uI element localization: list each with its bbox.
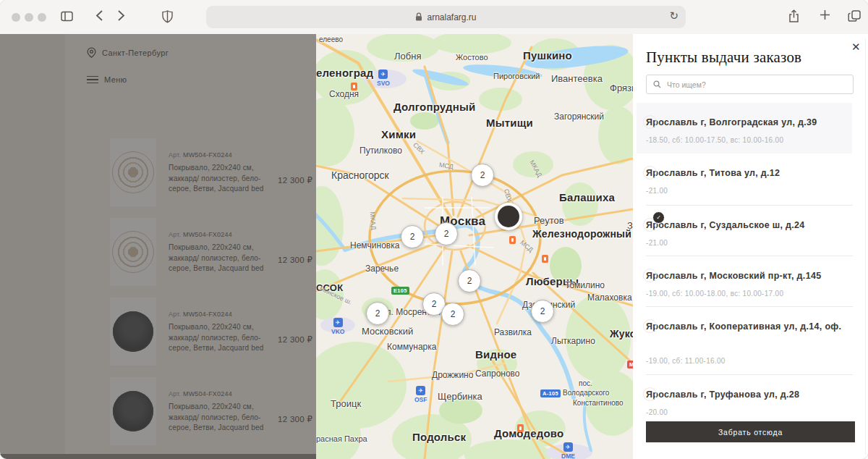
map-place-label: пос. [579, 379, 592, 387]
new-tab-icon[interactable] [819, 9, 831, 21]
map-place-label: Щербинка [438, 391, 482, 402]
cluster-marker[interactable]: 2 [366, 302, 389, 325]
map-place-label: Володарского [563, 389, 609, 397]
cluster-marker[interactable]: 2 [401, 225, 424, 248]
forward-button[interactable] [117, 9, 125, 22]
map-place-label: Химки [381, 128, 416, 140]
map-place-label: Константиново [573, 399, 623, 407]
pickup-point-item[interactable]: Ярославль г, Московский пр-кт, д.145-19.… [646, 256, 853, 306]
pickup-point-list: Ярославль г, Волгоградская ул, д.39-18.5… [633, 103, 868, 419]
map-place-label: Сапроново [475, 369, 520, 379]
airport-icon: ✈OSF [414, 386, 427, 403]
cluster-marker[interactable]: 2 [458, 269, 481, 292]
pickup-point-address: Ярославль г, Волгоградская ул, д.39 [646, 117, 817, 127]
privacy-shield-icon[interactable] [162, 10, 173, 23]
address-bar[interactable]: arnalafarg.ru ↻ [206, 6, 686, 28]
map-place-label: Фрязино [610, 83, 633, 93]
pickup-point-hours: -19.00, сб: 11.00-16.00 [646, 357, 853, 365]
pickup-point-item[interactable]: Ярославль г, Труфанова ул, д.28-20.00 [646, 374, 853, 419]
airport-icon: ✈DME [561, 442, 575, 459]
cluster-marker[interactable]: 2 [531, 300, 554, 323]
cluster-marker[interactable]: 2 [441, 303, 464, 326]
url-text: arnalafarg.ru [427, 12, 476, 22]
panel-title: Пункты выдачи заказов [646, 49, 801, 67]
back-button[interactable] [95, 9, 103, 22]
map-road-label: МКАД [368, 211, 377, 230]
map-place-label: Малаховка [587, 292, 632, 303]
road-number-badge: Е105 [391, 287, 409, 295]
map-place-label: Развилка [494, 327, 532, 337]
pickup-point-item[interactable]: Ярославль г, Суздальское ш, д.24✓-21.00 [646, 205, 853, 256]
map-place-label: Домодедово [494, 427, 563, 439]
map-place-label: Заречье [365, 264, 399, 274]
map-place-label: Видное [475, 348, 516, 361]
map-place-label: Ивантеевка [551, 73, 603, 84]
map[interactable]: елеевоЛобняЖостовоПушкиноеленоградСходня… [316, 34, 633, 459]
cluster-marker[interactable]: 2 [471, 164, 494, 187]
railway-station-icon [517, 424, 524, 432]
railway-station-icon [351, 83, 357, 90]
map-place-label: Троицк [331, 398, 361, 409]
tab-overview-icon[interactable] [848, 9, 861, 22]
pickup-point-hours: -19.00, сб: 10.00-18.00, вс: 10.00-17.00 [646, 290, 853, 298]
pickup-point-hours: -18.50, сб: 10.00-17.50, вс: 10.00-16.00 [646, 136, 852, 144]
search-box [646, 75, 854, 94]
pickup-point-hours: -21.00 [646, 239, 853, 247]
map-place-label: Долгопрудный [393, 101, 475, 113]
map-place-label: Коммунарка [387, 342, 436, 352]
selected-check-icon: ✓ [652, 211, 665, 224]
map-place-label: Лыткарино [551, 336, 595, 346]
map-place-label: еленоград [316, 67, 373, 79]
browser-toolbar: arnalafarg.ru ↻ [0, 0, 868, 35]
pickup-point-address: Ярославль г, Титова ул, д.12 [646, 168, 780, 178]
pickup-point-hours: -20.00 [646, 408, 853, 416]
airport-icon: ✈VKO [331, 318, 344, 335]
browser-window: arnalafarg.ru ↻ Санкт-Петербург Меню Арт… [0, 0, 868, 459]
map-place-label: Балашиха [559, 191, 615, 203]
window-zoom-button[interactable] [38, 13, 46, 22]
pickup-point-item[interactable]: Ярославль г, Волгоградская ул, д.39-18.5… [637, 103, 852, 153]
window-close-button[interactable] [12, 13, 20, 22]
pickup-point-address: Ярославль г, Московский пр-кт, д.145 [646, 271, 821, 281]
road-number-badge: М-5 [627, 361, 633, 369]
map-place-label: Московский [362, 326, 413, 337]
pickup-point-address: Ярославль г, Труфанова ул, д.28 [646, 389, 799, 400]
map-place-label: Немчиновка [350, 240, 399, 250]
pickup-point-address: Ярославль г, Кооперативная ул, д.14, оф. [646, 321, 841, 332]
map-place-label: Путилково [359, 146, 402, 156]
map-place-label: Томилино [565, 280, 605, 290]
map-place-label: Жостово [456, 53, 488, 62]
sidebar-toggle-icon[interactable] [61, 11, 73, 22]
search-input[interactable] [665, 80, 846, 90]
pickup-point-hours: -21.00 [646, 187, 853, 195]
window-minimize-button[interactable] [25, 13, 33, 22]
pickup-here-button[interactable]: Забрать отсюда [646, 421, 855, 442]
map-place-label: Сходня [329, 89, 359, 99]
page-footer-edge [0, 454, 316, 459]
pickup-point-item[interactable]: Ярославль г, Титова ул, д.12-21.00 [646, 153, 853, 205]
pickup-point-item[interactable]: Ярославль г, Кооперативная ул, д.14, оф.… [646, 306, 853, 374]
map-place-label: Красногорск [331, 169, 389, 181]
modal-backdrop [0, 34, 316, 459]
map-place-label: Лобня [394, 51, 421, 62]
map-place-label: Пироговский [493, 72, 540, 80]
railway-station-icon [509, 236, 516, 244]
scrollbar-track[interactable] [865, 38, 866, 455]
selected-point-marker[interactable] [495, 203, 522, 230]
map-place-label: Жуковский [610, 328, 633, 340]
pickup-points-panel: ✕ Пункты выдачи заказов Ярославль г, Вол… [633, 34, 868, 459]
map-place-label: Железнодорожный [532, 228, 631, 240]
pickup-point-address: Ярославль г, Суздальское ш, д.24 [646, 220, 805, 230]
reload-icon[interactable]: ↻ [669, 9, 678, 22]
cluster-marker[interactable]: 2 [435, 222, 458, 245]
map-place-label: расная Пахра [316, 434, 367, 443]
railway-station-icon [542, 255, 548, 263]
lock-icon [415, 12, 422, 22]
share-icon[interactable] [788, 9, 800, 23]
close-icon[interactable]: ✕ [851, 41, 861, 54]
road-number-badge: А-105 [540, 389, 561, 397]
map-place-label: Пушкино [523, 49, 572, 62]
map-place-label: Мытищи [486, 117, 533, 129]
map-place-label: елеево [319, 35, 343, 43]
search-icon [653, 80, 661, 88]
